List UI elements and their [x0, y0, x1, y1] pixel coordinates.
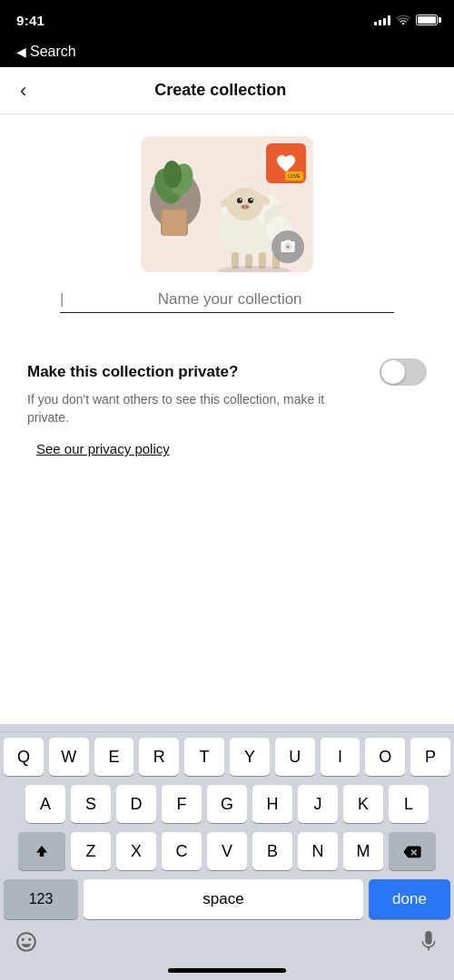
privacy-toggle[interactable] [380, 358, 427, 386]
key-o[interactable]: O [365, 738, 405, 776]
key-w[interactable]: W [49, 738, 89, 776]
key-p[interactable]: P [410, 738, 450, 776]
wifi-icon [396, 14, 410, 27]
nav-back-icon: ‹ [20, 79, 26, 102]
search-back-label: Search [30, 44, 76, 60]
keyboard-rows: Q W E R T Y U I O P A S D F G H J K L [0, 738, 454, 870]
privacy-description: If you don't want others to see this col… [27, 391, 336, 426]
key-x[interactable]: X [116, 832, 156, 870]
status-bar: 9:41 [0, 0, 454, 40]
key-f[interactable]: F [162, 785, 202, 823]
microphone-button[interactable] [418, 930, 439, 959]
svg-point-16 [248, 198, 253, 203]
svg-point-29 [285, 244, 290, 249]
key-t[interactable]: T [184, 738, 224, 776]
status-icons [374, 14, 438, 27]
key-n[interactable]: N [298, 832, 338, 870]
keyboard-bottom-row: 123 space done [0, 879, 454, 919]
toggle-knob [381, 360, 405, 384]
key-k[interactable]: K [343, 785, 383, 823]
key-l[interactable]: L [389, 785, 429, 823]
battery-icon [416, 15, 438, 25]
key-j[interactable]: J [298, 785, 338, 823]
privacy-section: Make this collection private? If you don… [18, 340, 436, 466]
search-back-area: ◀ Search [0, 40, 454, 67]
home-indicator [0, 968, 454, 980]
main-content: LOVE | Make this collection private? [0, 114, 454, 466]
collection-name-input[interactable] [65, 290, 394, 309]
nav-bar: ‹ Create collection [0, 67, 454, 114]
key-c[interactable]: C [162, 832, 202, 870]
key-y[interactable]: Y [230, 738, 270, 776]
emoji-mic-row [0, 925, 454, 968]
keyboard-area: Q W E R T Y U I O P A S D F G H J K L [0, 724, 454, 980]
key-i[interactable]: I [321, 738, 360, 776]
key-h[interactable]: H [252, 785, 292, 823]
key-g[interactable]: G [207, 785, 247, 823]
key-q[interactable]: Q [4, 738, 44, 776]
svg-rect-24 [232, 252, 239, 269]
key-b[interactable]: B [252, 832, 292, 870]
emoji-button[interactable] [15, 930, 38, 959]
key-space[interactable]: space [84, 879, 363, 919]
home-bar [168, 968, 286, 973]
collection-image-preview[interactable]: LOVE [141, 136, 313, 272]
image-preview-wrap: LOVE [18, 136, 436, 272]
status-time: 9:41 [16, 13, 44, 28]
key-a[interactable]: A [25, 785, 65, 823]
key-u[interactable]: U [275, 738, 315, 776]
svg-point-15 [237, 198, 242, 203]
back-chevron-icon: ◀ [16, 44, 26, 59]
key-e[interactable]: E [94, 738, 134, 776]
svg-point-21 [246, 206, 249, 209]
keyboard-row-1: Q W E R T Y U I O P [4, 738, 450, 776]
privacy-policy-link[interactable]: See our privacy policy [27, 441, 427, 456]
privacy-text: Make this collection private? [27, 363, 238, 381]
nav-back-button[interactable]: ‹ [16, 77, 30, 104]
keyboard-row-2: A S D F G H J K L [4, 785, 450, 823]
svg-point-18 [251, 199, 252, 201]
key-123[interactable]: 123 [4, 879, 78, 919]
shift-key[interactable] [18, 832, 65, 870]
key-v[interactable]: V [207, 832, 247, 870]
privacy-row: Make this collection private? [27, 358, 427, 386]
svg-point-17 [240, 199, 242, 201]
delete-key[interactable] [389, 832, 436, 870]
key-d[interactable]: D [116, 785, 156, 823]
svg-point-20 [242, 206, 245, 209]
key-done[interactable]: done [369, 879, 450, 919]
collection-name-wrap[interactable]: | [60, 290, 394, 313]
keyboard-row-3: Z X C V B N M [4, 832, 450, 870]
key-z[interactable]: Z [71, 832, 111, 870]
key-r[interactable]: R [139, 738, 179, 776]
key-m[interactable]: M [343, 832, 383, 870]
edit-image-button[interactable] [271, 230, 304, 263]
key-s[interactable]: S [71, 785, 111, 823]
page-title: Create collection [154, 81, 286, 100]
privacy-title: Make this collection private? [27, 363, 238, 381]
heart-badge: LOVE [266, 143, 306, 183]
svg-rect-3 [163, 211, 186, 236]
signal-icon [374, 15, 390, 25]
